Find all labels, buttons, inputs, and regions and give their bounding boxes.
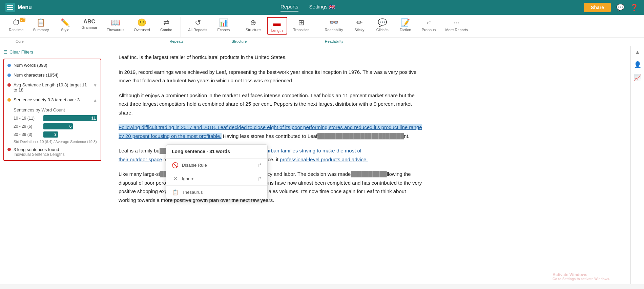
cliches-label: Clichés	[376, 28, 389, 32]
cliches-icon: 💬	[378, 18, 387, 27]
dot-red-avg	[7, 83, 11, 87]
toolbar-item-sticky[interactable]: ✏ Sticky	[349, 17, 370, 33]
toolbar-item-length[interactable]: ▬ Length	[267, 17, 287, 35]
scroll-up-icon[interactable]: ▼	[635, 49, 640, 56]
disable-rule-label: Disable Rule	[182, 163, 207, 168]
para4-end: nt.	[404, 133, 410, 139]
tooltip-popup: Long sentence - 31 words 🚫 Disable Rule …	[166, 144, 268, 199]
filter-avg-sentence[interactable]: Avg Sentence Length (19.3) target 11 to …	[7, 82, 97, 92]
help-icon[interactable]: ❓	[630, 3, 639, 12]
para6-start: Like many large-si	[119, 171, 160, 177]
echoes-label: Echoes	[217, 28, 230, 32]
group-repeats-label: Repeats	[148, 38, 205, 44]
long-sentences: 3 long sentences found Individual Senten…	[7, 147, 97, 157]
more-reports-label: More Reports	[445, 28, 468, 32]
overused-icon: 😐	[137, 18, 146, 27]
length-icon: ▬	[273, 19, 281, 28]
message-icon[interactable]: 💬	[616, 3, 625, 12]
bar-label-30-39: 30 - 39 (3)	[14, 132, 41, 137]
clear-filters-button[interactable]: ☰ Clear Filters	[3, 49, 101, 55]
toolbar-item-transition[interactable]: ⊞ Transition	[290, 17, 313, 33]
all-repeats-icon: ↺	[195, 18, 201, 27]
sticky-label: Sticky	[354, 28, 364, 32]
bar-container-10-19: 11	[43, 115, 97, 121]
svg-rect-0	[7, 5, 13, 6]
toolbar-item-summary[interactable]: 📋 Summary	[29, 17, 52, 33]
pronoun-icon: ♂	[426, 18, 432, 27]
share-button[interactable]: Share	[584, 3, 611, 12]
bar-container-30-39: 3	[43, 131, 97, 138]
svg-rect-1	[7, 7, 13, 8]
document-text: Leaf Inc. is the largest retailer of hor…	[119, 53, 423, 204]
toolbar-item-structure[interactable]: ⊕ Structure	[242, 17, 264, 33]
settings-link[interactable]: Settings 🇬🇧	[309, 4, 335, 12]
toolbar-item-diction[interactable]: 📝 Diction	[395, 17, 416, 33]
toolbar-item-style[interactable]: ✏️ Style	[55, 17, 75, 33]
top-nav: Menu Reports Settings 🇬🇧 Share 💬 ❓	[0, 0, 644, 15]
bar-fill-30-39: 3	[43, 131, 58, 138]
tooltip-action-disable-rule[interactable]: 🚫 Disable Rule ↱	[166, 159, 267, 172]
thesaurus-popup-icon: 📋	[172, 189, 179, 195]
watermark: Activate Windows Go to Settings to activ…	[553, 272, 610, 281]
tooltip-action-thesaurus[interactable]: 📋 Thesaurus	[166, 186, 267, 199]
dot-blue-words	[7, 64, 11, 67]
toolbar-item-overused[interactable]: 😐 Overused	[130, 17, 153, 33]
menu-label: Menu	[18, 4, 32, 11]
menu-icon[interactable]	[5, 3, 15, 12]
grammar-icon: ABC	[83, 18, 95, 25]
bar-num-10-19: 11	[91, 116, 96, 121]
toolbar-item-echoes[interactable]: 📊 Echoes	[213, 17, 234, 33]
dot-blue-chars	[7, 74, 11, 77]
menu-area[interactable]: Menu	[5, 3, 32, 12]
ignore-arrow: ↱	[257, 176, 262, 182]
transition-label: Transition	[293, 28, 310, 32]
user-icon[interactable]: 👤	[634, 61, 641, 68]
std-dev-text: Std Deviation x 10 (6.4) / Average Sente…	[14, 140, 97, 144]
bar-num-30-39: 3	[54, 132, 57, 137]
toolbar-item-pronoun[interactable]: ♂ Pronoun	[418, 17, 439, 33]
pronoun-label: Pronoun	[422, 28, 436, 32]
chart-icon[interactable]: 📈	[634, 74, 641, 81]
filter-num-chars: Num characters (1954)	[7, 73, 97, 78]
toolbar-item-thesaurus[interactable]: 📖 Thesaurus	[103, 17, 128, 33]
para4-censored: ████████████████████████	[317, 133, 404, 139]
length-label: Length	[271, 28, 283, 33]
filter-avg-arrow: ▼	[93, 83, 97, 88]
bar-row-30-39[interactable]: 30 - 39 (3) 3	[14, 131, 97, 138]
group-readability-label: Readability	[273, 38, 395, 44]
para5-link3[interactable]: professional-level products and advice.	[280, 157, 368, 162]
bar-row-10-19[interactable]: 10 - 19 (11) 11	[14, 115, 97, 121]
reports-link[interactable]: Reports	[281, 4, 298, 12]
para2-text: In 2019, record earnings were achieved b…	[119, 69, 416, 84]
summary-label: Summary	[33, 28, 49, 32]
tooltip-action-ignore[interactable]: ✕ Ignore ↱	[166, 172, 267, 186]
combo-icon: ⇄	[163, 18, 169, 27]
bar-row-20-29[interactable]: 20 - 29 (6) 6	[14, 123, 97, 129]
toolbar-group-labels: Core Repeats Structure Readability	[0, 37, 644, 46]
style-icon: ✏️	[61, 18, 70, 27]
ignore-label: Ignore	[182, 176, 194, 181]
content-area: Leaf Inc. is the largest retailer of hor…	[105, 46, 630, 284]
toolbar-item-combo[interactable]: ⇄ Combo	[156, 17, 176, 33]
bar-label-10-19: 10 - 19 (11)	[14, 116, 41, 121]
individual-label: Individual Sentence Lengths	[14, 152, 65, 157]
bar-fill-20-29: 6	[43, 123, 73, 129]
bar-label-20-29: 20 - 29 (6)	[14, 124, 41, 129]
toolbar-item-readability[interactable]: 👓 Readability	[321, 17, 346, 33]
paragraph-6: Like many large-si██████████rimarily due…	[119, 170, 423, 204]
paragraph-2: In 2019, record earnings were achieved b…	[119, 68, 423, 85]
toolbar-item-grammar[interactable]: ABC Grammar	[78, 17, 100, 31]
main-layout: ☰ Clear Filters Num words (393) Num char…	[0, 46, 644, 284]
clear-filters-label: Clear Filters	[9, 49, 33, 55]
watermark-line2: Go to Settings to activate Windows.	[553, 277, 610, 281]
filter-sentence-variety[interactable]: Sentence variety 3.3 target over 3 ▲	[7, 97, 97, 103]
paragraph-1: Leaf Inc. is the largest retailer of hor…	[119, 53, 423, 62]
paragraph-4: Following difficult trading in 2017 and …	[119, 123, 423, 140]
filter-num-words-label: Num words (393)	[14, 63, 97, 68]
toolbar-item-all-repeats[interactable]: ↺ All Repeats	[185, 17, 211, 33]
toolbar-item-realtime[interactable]: off ⏱ Realtime	[5, 17, 27, 33]
toolbar-item-more-reports[interactable]: ··· More Reports	[442, 17, 471, 33]
para5-link2[interactable]: their outdoor space	[119, 157, 162, 162]
para1-text: Leaf Inc. is the largest retailer of hor…	[119, 54, 287, 60]
toolbar-item-cliches[interactable]: 💬 Clichés	[372, 17, 393, 33]
